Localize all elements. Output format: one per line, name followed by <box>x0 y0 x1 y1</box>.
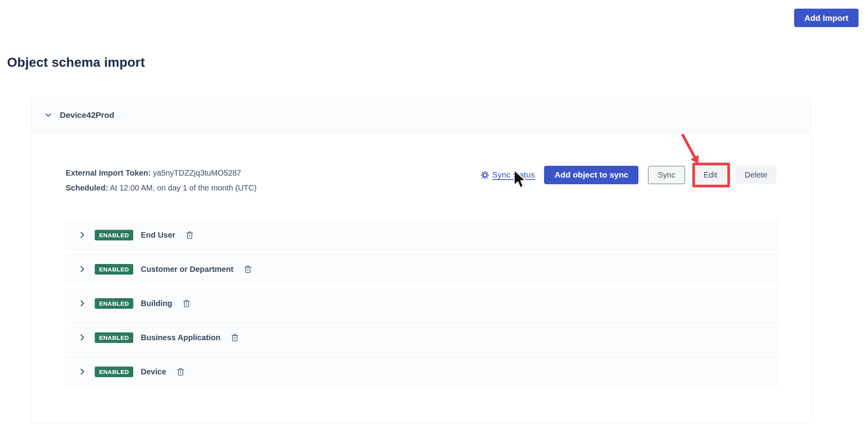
token-value: ya5nyTDZZjq3tuMO5287 <box>153 169 241 177</box>
add-import-button[interactable]: Add Import <box>794 9 859 27</box>
trash-icon <box>177 367 185 376</box>
chevron-right-icon <box>78 231 86 239</box>
trash-icon <box>186 231 194 240</box>
sync-status-link[interactable]: Sync status <box>481 170 535 180</box>
chevron-down-icon <box>44 110 53 120</box>
chevron-right-icon <box>78 299 86 308</box>
sync-object-row[interactable]: ENABLED Building <box>66 288 778 319</box>
sync-object-row[interactable]: ENABLED Device <box>66 356 778 387</box>
sync-button[interactable]: Sync <box>648 166 685 184</box>
sync-object-row[interactable]: ENABLED End User <box>66 220 778 250</box>
trash-icon <box>182 299 191 308</box>
status-badge: ENABLED <box>95 264 133 275</box>
schedule-line: Scheduled: At 12:00 AM, on day 1 of the … <box>66 180 257 195</box>
import-name: Device42Prod <box>60 110 114 120</box>
trash-icon <box>244 265 252 274</box>
delete-object-button[interactable] <box>185 230 195 240</box>
chevron-right-icon <box>78 333 86 342</box>
add-object-to-sync-button[interactable]: Add object to sync <box>544 166 638 184</box>
token-label: External Import Token: <box>66 169 151 177</box>
import-card: Device42Prod External Import Token: ya5n… <box>31 97 811 424</box>
import-card-header[interactable]: Device42Prod <box>32 98 811 133</box>
gear-icon <box>481 171 489 179</box>
delete-object-button[interactable] <box>243 264 253 275</box>
external-import-token-line: External Import Token: ya5nyTDZZjq3tuMO5… <box>66 165 257 180</box>
import-actions: Sync status Add object to sync Sync Edit… <box>481 165 776 185</box>
status-badge: ENABLED <box>95 367 133 377</box>
chevron-right-icon <box>78 265 86 273</box>
object-type-label: End User <box>141 231 175 240</box>
status-badge: ENABLED <box>95 332 133 343</box>
object-type-label: Customer or Department <box>141 265 234 274</box>
delete-object-button[interactable] <box>182 298 191 309</box>
sync-object-list: ENABLED End User ENABLED Customer or Dep… <box>66 220 778 390</box>
chevron-right-icon <box>78 367 86 376</box>
object-type-label: Building <box>141 299 172 308</box>
delete-object-button[interactable] <box>176 367 186 377</box>
schedule-value: At 12:00 AM, on day 1 of the month (UTC) <box>110 183 257 192</box>
sync-object-row[interactable]: ENABLED Business Application <box>66 322 778 353</box>
trash-icon <box>231 333 239 342</box>
delete-object-button[interactable] <box>230 332 240 343</box>
object-type-label: Device <box>141 367 166 376</box>
delete-button[interactable]: Delete <box>736 166 776 184</box>
edit-button[interactable]: Edit <box>695 166 726 184</box>
object-type-label: Business Application <box>141 333 221 342</box>
sync-status-label: Sync status <box>492 170 535 180</box>
sync-object-row[interactable]: ENABLED Customer or Department <box>66 254 778 284</box>
status-badge: ENABLED <box>95 298 133 309</box>
status-badge: ENABLED <box>95 230 133 240</box>
import-info: External Import Token: ya5nyTDZZjq3tuMO5… <box>66 165 257 195</box>
schedule-label: Scheduled: <box>66 183 108 192</box>
page-title: Object schema import <box>7 55 145 70</box>
